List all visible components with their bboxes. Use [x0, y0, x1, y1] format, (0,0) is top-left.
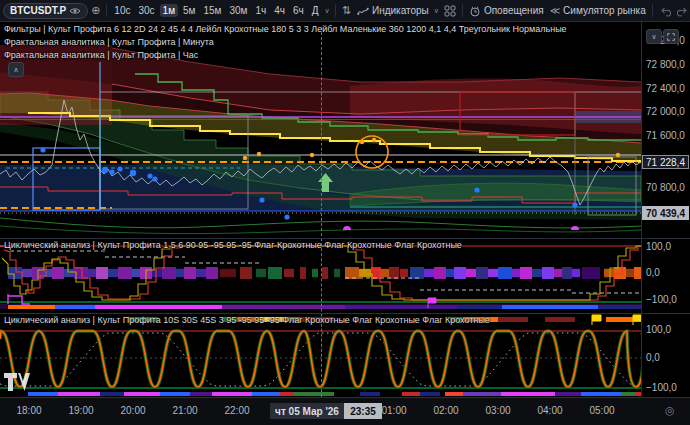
crosshair-price-label: 70 439,4 [642, 206, 689, 220]
pane-separator[interactable] [0, 313, 690, 314]
replay-icon: ≪ [550, 5, 560, 16]
time-tick: 01:00 [381, 405, 406, 416]
crosshair-time-label: 23:35 [344, 403, 382, 419]
indicators-icon [357, 5, 369, 17]
time-tick: 20:00 [120, 405, 145, 416]
indicators-button[interactable]: Индикаторы [354, 4, 432, 18]
oscillator-scale-tick: 100,0 [646, 324, 671, 335]
crosshair-vertical-line [321, 27, 322, 397]
indicator-templates-icon[interactable] [441, 5, 459, 17]
oscillator-scale-tick: 0,0 [646, 352, 660, 363]
time-tick: 04:00 [537, 405, 562, 416]
alerts-button[interactable]: Оповещения [466, 4, 547, 18]
flag-marker [633, 315, 641, 325]
indicators-chevron-down-icon[interactable]: ∨ [432, 7, 441, 15]
alarm-clock-icon [469, 5, 481, 17]
price-tick: 70 800,0 [646, 182, 685, 193]
price-tick: 71 600,0 [646, 130, 685, 141]
axis-settings-gear-icon[interactable]: ◎ [665, 404, 675, 417]
legend-filters[interactable]: Фильтры | Культ Профита 6 12 2D 24 2 45 … [4, 24, 567, 34]
top-toolbar: BTCUSDT.P ⊕ 10с30с1м5м15м30м1ч4ч6чД ∨ ⇅ … [0, 0, 690, 22]
undo-button[interactable] [656, 5, 674, 17]
time-tick: 02:00 [433, 405, 458, 416]
time-tick: 19:00 [68, 405, 93, 416]
price-tick: 72 000,0 [646, 106, 685, 117]
timeframe-30м[interactable]: 30м [226, 4, 250, 17]
oscillator-scale-tick: 100,0 [646, 241, 671, 252]
legend-cycle-1[interactable]: Циклический анализ | Культ Профита 1 5 6… [4, 240, 462, 250]
timeframe-group: 10с30с1м5м15м30м1ч4ч6чД [110, 4, 322, 17]
toolbar-separator [335, 4, 336, 17]
alerts-label: Оповещения [484, 5, 544, 16]
symbol-label: BTCUSDT.P [10, 5, 66, 16]
timeframe-5м[interactable]: 5м [180, 4, 198, 17]
eye-icon [69, 5, 81, 17]
toolbar-separator [106, 4, 107, 17]
time-tick: 22:00 [224, 405, 249, 416]
chart-area[interactable]: Фильтры | Культ Профита 6 12 2D 24 2 45 … [0, 22, 690, 425]
symbol-button[interactable]: BTCUSDT.P [3, 3, 88, 19]
trading-terminal: { "toolbar": { "symbol": "BTCUSDT.P", "t… [0, 0, 690, 425]
oscillator-scale-tick: 0,0 [646, 267, 660, 278]
timeframe-Д[interactable]: Д [309, 4, 322, 17]
timeframe-15м[interactable]: 15м [200, 4, 224, 17]
timeframe-6ч[interactable]: 6ч [290, 4, 307, 17]
chart-style-icon[interactable]: ⇅ [339, 5, 354, 16]
redo-button[interactable] [674, 5, 690, 17]
toolbar-separator [652, 4, 653, 17]
time-axis[interactable]: 18:0019:0020:0021:0022:0001:0002:0003:00… [0, 397, 690, 425]
session-date-label: чт 05 Мар '26 [270, 403, 344, 419]
price-tick: 72 800,0 [646, 59, 685, 70]
pane-maximize-button[interactable] [663, 29, 679, 44]
oscillator-scale-tick: −100,0 [646, 294, 677, 305]
timeframe-1м[interactable]: 1м [160, 4, 178, 17]
timeframe-1ч[interactable]: 1ч [252, 4, 269, 17]
legend-fractal-minute[interactable]: Фрактальная аналитика | Культ Профита | … [4, 37, 214, 47]
replay-button[interactable]: ≪ Симулятор рынка [547, 4, 649, 17]
oscillator-scale-tick: −100,0 [646, 382, 677, 393]
pane-separator[interactable] [0, 238, 690, 239]
indicators-label: Индикаторы [372, 5, 429, 16]
timeframe-4ч[interactable]: 4ч [271, 4, 288, 17]
legend-fractal-hour[interactable]: Фрактальная аналитика | Культ Профита | … [4, 50, 198, 60]
legend-collapse-button[interactable]: ∧ [8, 62, 24, 77]
add-symbol-button[interactable]: ⊕ [88, 5, 103, 16]
last-price-label: 71 228,4 [642, 155, 689, 169]
timeframe-30с[interactable]: 30с [135, 4, 157, 17]
time-tick: 18:00 [16, 405, 41, 416]
flag-marker [592, 315, 601, 325]
price-tick: 72 400,0 [646, 83, 685, 94]
timeframe-10с[interactable]: 10с [111, 4, 133, 17]
pane-down-button[interactable]: ∨ [646, 29, 662, 44]
toolbar-separator [462, 4, 463, 17]
time-tick: 03:00 [485, 405, 510, 416]
timeframes-chevron-down-icon[interactable]: ∨ [323, 7, 332, 15]
legend-cycle-2[interactable]: Циклический анализ | Культ Профита 10S 3… [4, 315, 490, 325]
replay-label: Симулятор рынка [563, 5, 646, 16]
axis-separator [0, 397, 690, 398]
time-tick: 21:00 [172, 405, 197, 416]
time-tick: 05:00 [589, 405, 614, 416]
